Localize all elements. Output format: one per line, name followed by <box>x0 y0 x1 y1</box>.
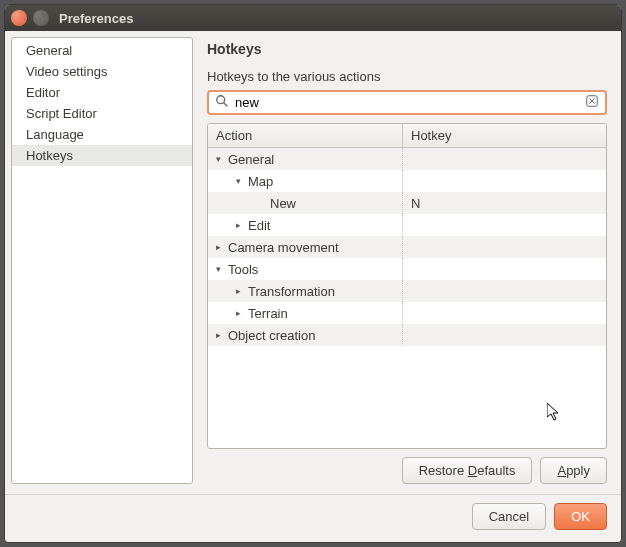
expand-icon[interactable]: ▸ <box>212 330 224 340</box>
column-hotkey[interactable]: Hotkey <box>403 124 459 147</box>
expand-icon[interactable]: ▾ <box>212 154 224 164</box>
svg-line-1 <box>224 103 228 107</box>
tree-row-transformation[interactable]: ▸Transformation <box>208 280 606 302</box>
panel-heading: Hotkeys <box>207 41 607 57</box>
tree-row-camera-movement[interactable]: ▸Camera movement <box>208 236 606 258</box>
tree-row-general[interactable]: ▾General <box>208 148 606 170</box>
category-sidebar: General Video settings Editor Script Edi… <box>11 37 193 484</box>
expand-icon[interactable]: ▾ <box>232 176 244 186</box>
expand-icon[interactable]: ▸ <box>232 286 244 296</box>
window-title: Preferences <box>59 11 133 26</box>
search-input[interactable] <box>235 95 579 110</box>
tree-row-map[interactable]: ▾Map <box>208 170 606 192</box>
tree-row-edit[interactable]: ▸Edit <box>208 214 606 236</box>
tree-row-object-creation[interactable]: ▸Object creation <box>208 324 606 346</box>
tree-row-terrain[interactable]: ▸Terrain <box>208 302 606 324</box>
clear-search-icon[interactable] <box>585 94 599 111</box>
column-action[interactable]: Action <box>208 124 403 147</box>
expand-icon[interactable]: ▸ <box>232 220 244 230</box>
hotkeys-table: Action Hotkey ▾General ▾Map N <box>207 123 607 449</box>
ok-button[interactable]: OK <box>554 503 607 530</box>
hotkey-value[interactable]: N <box>403 196 420 211</box>
preferences-dialog: Preferences General Video settings Edito… <box>4 4 622 543</box>
restore-defaults-button[interactable]: Restore Defaults <box>402 457 533 484</box>
sidebar-item-editor[interactable]: Editor <box>12 82 192 103</box>
tree-row-new[interactable]: New N <box>208 192 606 214</box>
sidebar-item-language[interactable]: Language <box>12 124 192 145</box>
expand-icon[interactable]: ▸ <box>232 308 244 318</box>
svg-point-0 <box>217 96 225 104</box>
minimize-icon[interactable] <box>33 10 49 26</box>
panel-subtitle: Hotkeys to the various actions <box>207 69 607 84</box>
tree-row-tools[interactable]: ▾Tools <box>208 258 606 280</box>
sidebar-item-video-settings[interactable]: Video settings <box>12 61 192 82</box>
expand-icon[interactable]: ▸ <box>212 242 224 252</box>
search-icon <box>215 94 229 111</box>
sidebar-item-hotkeys[interactable]: Hotkeys <box>12 145 192 166</box>
cancel-button[interactable]: Cancel <box>472 503 546 530</box>
close-icon[interactable] <box>11 10 27 26</box>
search-box[interactable] <box>207 90 607 115</box>
table-header: Action Hotkey <box>208 124 606 148</box>
apply-button[interactable]: Apply <box>540 457 607 484</box>
titlebar: Preferences <box>5 5 621 31</box>
sidebar-item-general[interactable]: General <box>12 40 192 61</box>
expand-icon[interactable]: ▾ <box>212 264 224 274</box>
sidebar-item-script-editor[interactable]: Script Editor <box>12 103 192 124</box>
